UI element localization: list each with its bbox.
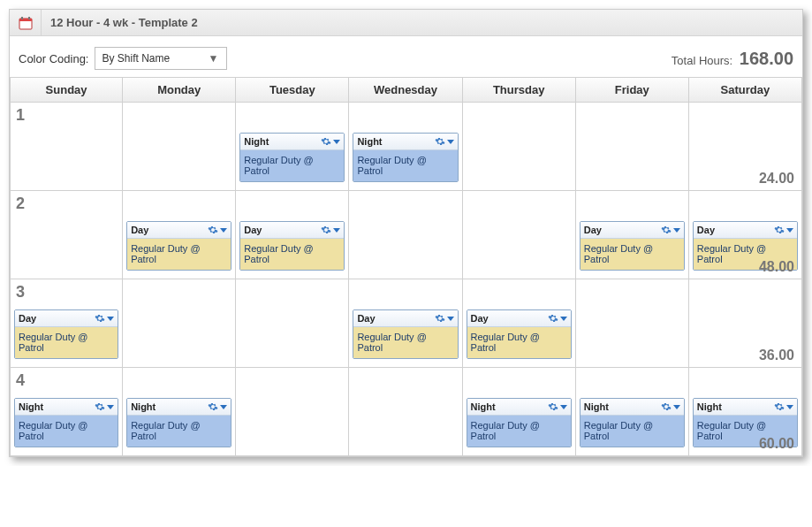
- calendar-cell[interactable]: 36.00: [689, 279, 802, 368]
- chevron-down-icon: [107, 405, 114, 409]
- chevron-down-icon: [107, 317, 114, 321]
- color-coding-value: By Shift Name: [102, 52, 171, 65]
- chevron-down-icon: [220, 405, 227, 409]
- shift-name: Day: [357, 313, 375, 324]
- calendar-cell[interactable]: [123, 279, 236, 368]
- week-row: 2DayRegular Duty @ PatrolDayRegular Duty…: [10, 191, 802, 279]
- calendar-cell[interactable]: DayRegular Duty @ Patrol: [576, 191, 689, 279]
- weeks-container: 1NightRegular Duty @ PatrolNightRegular …: [10, 103, 802, 456]
- gear-icon[interactable]: [321, 225, 340, 235]
- shift-body: Regular Duty @ Patrol: [467, 416, 571, 447]
- shift-header: Day: [467, 310, 571, 327]
- calendar-cell[interactable]: [576, 279, 689, 368]
- controls-row: Color Coding: By Shift Name ▼ Total Hour…: [10, 36, 802, 77]
- calendar-cell[interactable]: NightRegular Duty @ Patrol: [463, 368, 576, 456]
- chevron-down-icon: [333, 228, 340, 233]
- shift-body: Regular Duty @ Patrol: [581, 416, 684, 447]
- shift-name: Night: [244, 136, 269, 147]
- shift-header: Day: [240, 222, 344, 239]
- calendar-cell[interactable]: DayRegular Duty @ Patrol: [123, 191, 236, 279]
- shift-card[interactable]: DayRegular Duty @ Patrol: [467, 309, 572, 359]
- shift-card[interactable]: NightRegular Duty @ Patrol: [14, 398, 118, 447]
- calendar-icon: [10, 10, 42, 36]
- gear-icon[interactable]: [321, 136, 340, 147]
- shift-header: Night: [127, 399, 231, 416]
- shift-card[interactable]: NightRegular Duty @ Patrol: [126, 398, 231, 447]
- calendar-cell[interactable]: 1: [10, 103, 123, 191]
- gear-icon[interactable]: [661, 401, 680, 412]
- shift-card[interactable]: NightRegular Duty @ Patrol: [580, 398, 685, 447]
- calendar-cell[interactable]: 24.00: [689, 103, 802, 191]
- chevron-down-icon: [333, 140, 340, 144]
- shift-header: Day: [15, 310, 118, 327]
- shift-card[interactable]: NightRegular Duty @ Patrol: [353, 133, 458, 182]
- gear-icon[interactable]: [548, 401, 567, 412]
- chevron-down-icon: [560, 405, 567, 409]
- shift-name: Day: [131, 225, 148, 235]
- calendar-cell[interactable]: 48.00DayRegular Duty @ Patrol: [689, 191, 802, 279]
- shift-header: Night: [240, 134, 344, 150]
- shift-card[interactable]: NightRegular Duty @ Patrol: [467, 398, 572, 447]
- color-coding-select[interactable]: By Shift Name ▼: [95, 47, 227, 70]
- shift-name: Night: [584, 401, 609, 412]
- calendar-cell[interactable]: NightRegular Duty @ Patrol: [123, 368, 236, 456]
- svg-rect-3: [28, 17, 30, 19]
- calendar-cell[interactable]: [463, 191, 576, 279]
- gear-icon[interactable]: [435, 313, 454, 324]
- gear-icon[interactable]: [774, 401, 793, 412]
- gear-icon[interactable]: [661, 225, 680, 235]
- shift-body: Regular Duty @ Patrol: [15, 327, 118, 358]
- chevron-down-icon: [447, 140, 454, 144]
- shift-card[interactable]: NightRegular Duty @ Patrol: [239, 133, 345, 182]
- calendar-cell[interactable]: NightRegular Duty @ Patrol: [576, 368, 689, 456]
- chevron-down-icon: [786, 405, 793, 409]
- calendar-cell[interactable]: DayRegular Duty @ Patrol: [349, 279, 462, 368]
- calendar-cell[interactable]: NightRegular Duty @ Patrol: [236, 103, 349, 191]
- week-number: 4: [16, 371, 25, 390]
- shift-name: Day: [244, 225, 262, 235]
- shift-card[interactable]: DayRegular Duty @ Patrol: [14, 309, 118, 359]
- shift-name: Night: [357, 136, 382, 147]
- day-header: Tuesday: [236, 77, 349, 103]
- calendar-cell[interactable]: [349, 368, 462, 456]
- calendar-cell[interactable]: [123, 103, 236, 191]
- gear-icon[interactable]: [774, 225, 793, 235]
- calendar-cell[interactable]: 4NightRegular Duty @ Patrol: [10, 368, 123, 456]
- calendar-cell[interactable]: [463, 103, 576, 191]
- week-row: 3DayRegular Duty @ PatrolDayRegular Duty…: [10, 279, 802, 368]
- calendar-cell[interactable]: DayRegular Duty @ Patrol: [236, 191, 349, 279]
- title-bar: 12 Hour - 4 wk - Template 2: [10, 10, 802, 36]
- shift-card[interactable]: DayRegular Duty @ Patrol: [126, 221, 231, 271]
- gear-icon[interactable]: [208, 225, 227, 235]
- day-header: Thursday: [463, 77, 576, 103]
- shift-name: Night: [19, 401, 43, 412]
- calendar-cell[interactable]: 60.00NightRegular Duty @ Patrol: [689, 368, 802, 456]
- gear-icon[interactable]: [548, 313, 567, 324]
- week-row: 1NightRegular Duty @ PatrolNightRegular …: [10, 103, 802, 191]
- gear-icon[interactable]: [95, 313, 114, 324]
- shift-card[interactable]: DayRegular Duty @ Patrol: [239, 221, 345, 271]
- calendar-cell[interactable]: [236, 368, 349, 456]
- shift-name: Night: [471, 401, 496, 412]
- calendar-cell[interactable]: 3DayRegular Duty @ Patrol: [10, 279, 123, 368]
- total-hours-value: 168.00: [740, 49, 793, 68]
- calendar-cell[interactable]: DayRegular Duty @ Patrol: [463, 279, 576, 368]
- gear-icon[interactable]: [208, 401, 227, 412]
- chevron-down-icon: [786, 228, 793, 233]
- shift-body: Regular Duty @ Patrol: [15, 416, 118, 447]
- week-total: 48.00: [759, 259, 794, 275]
- calendar-cell[interactable]: [576, 103, 689, 191]
- calendar-cell[interactable]: NightRegular Duty @ Patrol: [349, 103, 462, 191]
- shift-card[interactable]: DayRegular Duty @ Patrol: [353, 309, 458, 359]
- calendar-cell[interactable]: 2: [10, 191, 123, 279]
- week-number: 1: [16, 106, 25, 125]
- chevron-down-icon: [447, 317, 454, 321]
- calendar-cell[interactable]: [236, 279, 349, 368]
- calendar-cell[interactable]: [349, 191, 462, 279]
- gear-icon[interactable]: [95, 401, 114, 412]
- gear-icon[interactable]: [435, 136, 454, 147]
- shift-name: Night: [131, 401, 156, 412]
- day-header: Sunday: [10, 77, 123, 103]
- shift-name: Day: [584, 225, 602, 235]
- shift-card[interactable]: DayRegular Duty @ Patrol: [580, 221, 685, 271]
